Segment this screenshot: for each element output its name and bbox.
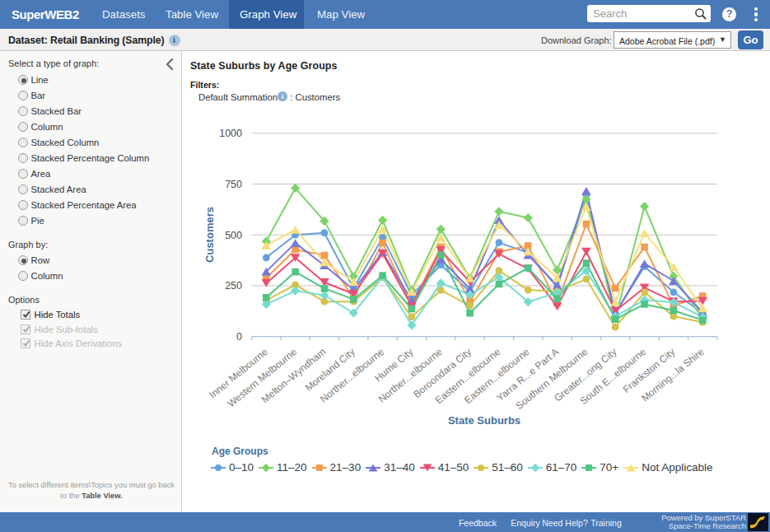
svg-text:0: 0 bbox=[236, 331, 242, 343]
svg-text:500: 500 bbox=[225, 230, 242, 241]
svg-text:1000: 1000 bbox=[219, 128, 242, 139]
svg-text:Customers: Customers bbox=[203, 207, 216, 263]
svg-text:750: 750 bbox=[225, 179, 242, 190]
svg-text:State Suburbs: State Suburbs bbox=[448, 414, 520, 427]
svg-text:250: 250 bbox=[225, 280, 242, 292]
